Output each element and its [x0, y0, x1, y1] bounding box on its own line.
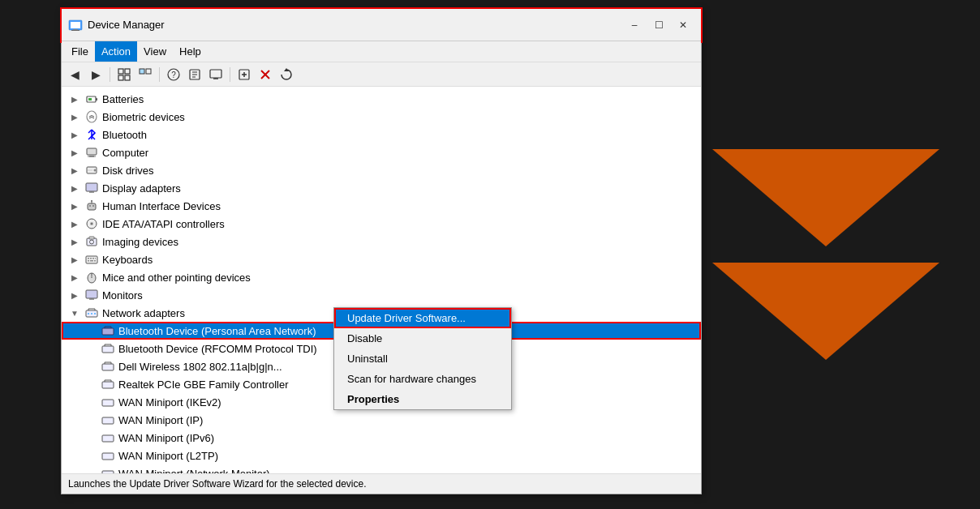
context-menu-properties[interactable]: Properties: [334, 389, 511, 409]
tree-item-wan-l2tp[interactable]: WAN Miniport (L2TP): [62, 447, 701, 464]
monitor-button[interactable]: [206, 65, 226, 84]
svg-rect-54: [90, 258, 92, 259]
svg-rect-28: [96, 98, 97, 101]
svg-rect-77: [102, 346, 114, 353]
chevron-top-icon: [712, 149, 939, 246]
forward-button[interactable]: ▶: [86, 65, 105, 84]
svg-point-36: [94, 169, 97, 172]
tree-item-display[interactable]: ▶ Display adapters: [62, 179, 701, 197]
svg-rect-7: [125, 69, 130, 74]
help-button[interactable]: ?: [164, 65, 183, 84]
maximize-button[interactable]: ☐: [647, 15, 670, 35]
update-driver-label: Update Driver Software...: [347, 312, 466, 324]
tree-item-keyboards[interactable]: ▶ Keyboards: [62, 250, 701, 268]
svg-marker-1: [712, 263, 939, 360]
tree-item-batteries[interactable]: ▶ Batteries: [62, 90, 701, 108]
statusbar-text: Launches the Update Driver Software Wiza…: [68, 478, 367, 490]
expand-icon-imaging: ▶: [68, 235, 81, 248]
tree-item-hid[interactable]: ▶ Human Interface Devices: [62, 197, 701, 215]
context-menu-disable[interactable]: Disable: [334, 328, 511, 349]
disk-label: Disk drives: [102, 165, 154, 177]
main-area: ▶ Batteries ▶ Biometric devices ▶: [62, 87, 701, 473]
menu-action[interactable]: Action: [95, 41, 137, 62]
tree-item-disk[interactable]: ▶ Disk drives: [62, 161, 701, 179]
dell-wireless-label: Dell Wireless 1802 802.11a|b|g|n...: [118, 361, 282, 373]
context-menu-uninstall[interactable]: Uninstall: [334, 349, 511, 369]
ide-icon: [84, 216, 99, 231]
titlebar: Device Manager – ☐ ✕: [62, 9, 701, 41]
toolbar-separator-1: [110, 67, 110, 82]
menu-help[interactable]: Help: [173, 41, 208, 62]
toolbar: ◀ ▶ ?: [62, 62, 701, 87]
svg-rect-32: [87, 148, 97, 155]
properties-button[interactable]: [185, 65, 204, 84]
svg-rect-91: [102, 435, 114, 442]
display-icon: [84, 181, 99, 195]
refresh-button[interactable]: [277, 65, 296, 84]
show-hidden-button[interactable]: [114, 65, 134, 84]
svg-point-44: [89, 205, 91, 207]
wan-ikev2-label: WAN Miniport (IKEv2): [118, 396, 221, 408]
uninstall-label: Uninstall: [347, 353, 388, 365]
toolbar-separator-3: [230, 67, 230, 82]
context-menu: Update Driver Software... Disable Uninst…: [333, 307, 512, 410]
expand-button[interactable]: [135, 65, 155, 84]
remove-button[interactable]: [256, 65, 275, 84]
tree-item-wan-ip[interactable]: WAN Miniport (IP): [62, 411, 701, 429]
svg-rect-52: [86, 256, 97, 263]
realtek-label: Realtek PCIe GBE Family Controller: [118, 379, 289, 391]
tree-item-wan-netmon[interactable]: WAN Miniport (Network Monitor): [62, 464, 701, 473]
imaging-icon: [84, 234, 99, 249]
tree-item-imaging[interactable]: ▶ Imaging devices: [62, 233, 701, 250]
computer-icon: [84, 145, 99, 160]
bluetooth-icon: [84, 127, 99, 142]
tree-view[interactable]: ▶ Batteries ▶ Biometric devices ▶: [62, 87, 701, 473]
bt-device-label: Bluetooth Device (Personal Area Network): [118, 325, 316, 337]
svg-rect-89: [102, 400, 114, 406]
tree-item-computer[interactable]: ▶ Computer: [62, 143, 701, 161]
menu-view[interactable]: View: [137, 41, 173, 62]
expand-icon-bluetooth: ▶: [68, 128, 81, 141]
window-title: Device Manager: [88, 19, 623, 31]
expand-icon-wan-netmon: [84, 467, 97, 473]
expand-icon-wan-ikev2: [84, 396, 97, 408]
minimize-button[interactable]: –: [623, 15, 646, 35]
back-button[interactable]: ◀: [65, 65, 84, 84]
svg-marker-0: [712, 149, 939, 246]
svg-rect-3: [71, 22, 80, 28]
svg-rect-18: [210, 70, 221, 78]
svg-rect-63: [86, 290, 97, 298]
monitors-icon: [84, 288, 99, 302]
expand-icon-wan-ipv6: [84, 431, 97, 444]
tree-item-bluetooth[interactable]: ▶ Bluetooth: [62, 126, 701, 143]
ide-label: IDE ATA/ATAPI controllers: [102, 218, 225, 230]
close-button[interactable]: ✕: [672, 15, 694, 35]
bluetooth-label: Bluetooth: [102, 129, 147, 141]
monitors-label: Monitors: [102, 289, 143, 302]
menu-file[interactable]: File: [65, 41, 95, 62]
tree-item-biometric[interactable]: ▶ Biometric devices: [62, 108, 701, 126]
add-button[interactable]: [234, 65, 254, 84]
bt-device-icon: [101, 323, 115, 338]
expand-icon-wan-l2tp: [84, 449, 97, 462]
tree-item-wan-ipv6[interactable]: WAN Miniport (IPv6): [62, 429, 701, 447]
svg-point-48: [91, 223, 92, 225]
wan-netmon-label: WAN Miniport (Network Monitor): [118, 468, 270, 474]
context-menu-update-driver[interactable]: Update Driver Software...: [334, 308, 511, 328]
expand-icon-dell-wireless: [84, 360, 97, 373]
tree-item-monitors[interactable]: ▶ Monitors: [62, 286, 701, 304]
svg-rect-53: [88, 258, 89, 259]
expand-icon-display: ▶: [68, 182, 81, 195]
expand-icon-biometric: ▶: [68, 110, 81, 123]
svg-rect-11: [146, 69, 151, 74]
svg-point-43: [91, 200, 92, 202]
batteries-icon: [84, 92, 99, 106]
app-icon: [68, 18, 83, 32]
network-icon: [84, 306, 99, 320]
tree-item-mice[interactable]: ▶ Mice and other pointing devices: [62, 268, 701, 286]
svg-point-72: [94, 313, 96, 314]
svg-rect-41: [88, 203, 96, 210]
tree-item-ide[interactable]: ▶ IDE ATA/ATAPI controllers: [62, 215, 701, 233]
context-menu-scan[interactable]: Scan for hardware changes: [334, 369, 511, 389]
svg-rect-59: [94, 260, 96, 262]
